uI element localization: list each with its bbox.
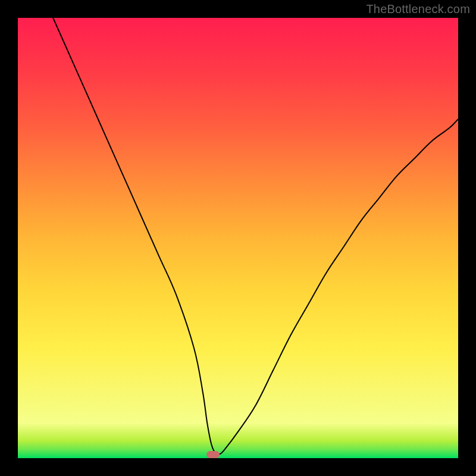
watermark-text: TheBottleneck.com [366,2,470,16]
plot-area [18,18,458,458]
curve-svg [18,18,458,458]
minimum-marker [206,451,220,458]
curve-path [53,18,458,455]
chart-frame: TheBottleneck.com [0,0,476,476]
